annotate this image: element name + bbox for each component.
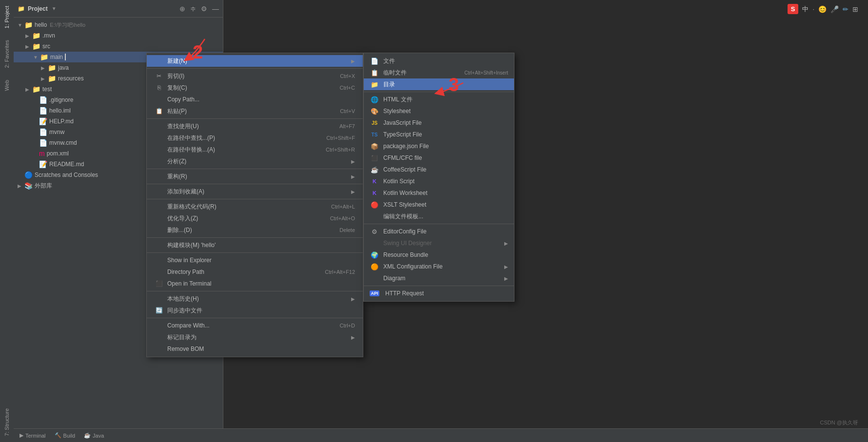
submenu-item-tmpfile[interactable]: 📋 临时文件 Ctrl+Alt+Shift+Insert — [364, 67, 514, 78]
submenu-item-xmlconfig[interactable]: 🟠 XML Configuration File ▶ — [364, 261, 514, 272]
menu-item-showinexplorer[interactable]: Show in Explorer — [147, 254, 363, 266]
menu-item-compare[interactable]: Compare With... Ctrl+D — [147, 320, 363, 331]
paste-icon: 📋 — [155, 108, 163, 115]
bottom-tab-build[interactable]: 🔨 Build — [51, 430, 79, 442]
submenu-item-html[interactable]: 🌐 HTML 文件 — [364, 94, 514, 105]
menu-item-addfav[interactable]: 添加到收藏(A) ▶ — [147, 186, 363, 197]
tree-label-extlib: 外部库 — [35, 182, 52, 190]
separator-5 — [147, 199, 363, 199]
emoji-icon[interactable]: 😊 — [818, 5, 827, 13]
file-icon-helpmd: 📝 — [39, 117, 47, 125]
submenu-item-kotlinscript[interactable]: K Kotlin Script — [364, 175, 514, 187]
csdn-badge[interactable]: S — [788, 4, 799, 14]
submenu-label-ts: TypeScript File — [383, 131, 508, 138]
pen-icon[interactable]: ✏ — [843, 5, 848, 13]
file-icon-gitignore: 📄 — [39, 96, 47, 104]
grid-icon[interactable]: ⊞ — [852, 5, 858, 13]
menu-item-dirpath[interactable]: Directory Path Ctrl+Alt+F12 — [147, 266, 363, 278]
submenu-label-js: JavaScript File — [383, 119, 508, 126]
mic-icon[interactable]: 🎤 — [830, 5, 839, 13]
submenu-item-http[interactable]: API HTTP Request — [364, 288, 514, 299]
submenu-item-diagram[interactable]: Diagram ▶ — [364, 272, 514, 284]
sidebar-tab-project[interactable]: 1: Project — [1, 0, 13, 34]
menu-item-analyze[interactable]: 分析(Z) ▶ — [147, 155, 363, 167]
menu-item-markdir[interactable]: 标记目录为 ▶ — [147, 331, 363, 343]
findinpath-shortcut: Ctrl+Shift+F — [326, 135, 355, 141]
submenu-item-editorconfig[interactable]: ⚙ EditorConfig File — [364, 226, 514, 237]
submenu-item-resourcebundle[interactable]: 🌍 Resource Bundle — [364, 249, 514, 261]
dir-icon: 📁 — [370, 81, 379, 88]
tree-item-mvn[interactable]: ▶ 📁 .mvn — [14, 30, 223, 41]
submenu-item-js[interactable]: JS JavaScript File — [364, 117, 514, 129]
menu-item-replaceinpath[interactable]: 在路径中替换...(A) Ctrl+Shift+R — [147, 144, 363, 155]
submenu-item-dir[interactable]: 📁 目录 — [364, 78, 514, 90]
swing-arrow: ▶ — [504, 241, 508, 246]
menu-item-localhistory[interactable]: 本地历史(H) ▶ — [147, 293, 363, 305]
tree-label-mvn: .mvn — [42, 32, 55, 39]
tree-label-hello: hello — [35, 21, 47, 28]
header-icons: ⊕ ≑ ⚙ — — [179, 5, 219, 13]
menu-label-showinexplorer: Show in Explorer — [167, 257, 355, 264]
menu-label-optimize: 优化导入(Z) — [167, 214, 320, 223]
submenu-label-packagejson: package.json File — [383, 143, 508, 150]
menu-item-new[interactable]: 新建(N) ▶ — [147, 55, 363, 67]
submenu-label-cfml: CFML/CFC file — [383, 154, 508, 161]
sidebar-tab-favorites[interactable]: 2: Favorites — [1, 34, 13, 74]
submenu-item-coffee[interactable]: ☕ CoffeeScript File — [364, 164, 514, 175]
menu-item-paste[interactable]: 📋 粘贴(P) Ctrl+V — [147, 105, 363, 117]
tree-sub-hello: E:\学习吧\hello — [50, 21, 85, 29]
bottom-tab-java[interactable]: ☕ Java — [80, 430, 108, 442]
menu-item-removebom[interactable]: Remove BOM — [147, 343, 363, 355]
tree-item-src[interactable]: ▶ 📁 src — [14, 41, 223, 52]
sidebar-tab-structure[interactable]: 7: Structure — [1, 403, 13, 442]
menu-item-refactor[interactable]: 重构(R) ▶ — [147, 171, 363, 182]
separator-8 — [147, 291, 363, 291]
menu-item-findusage[interactable]: 查找使用(U) Alt+F7 — [147, 120, 363, 132]
menu-item-reformat[interactable]: 重新格式化代码(R) Ctrl+Alt+L — [147, 201, 363, 212]
java-tab-label: Java — [93, 433, 104, 439]
globe-icon[interactable]: ⊕ — [179, 5, 185, 13]
menu-item-sync[interactable]: 🔄 同步选中文件 — [147, 305, 363, 316]
submenu-item-cfml[interactable]: ⬛ CFML/CFC file — [364, 152, 514, 164]
addfav-arrow: ▶ — [351, 189, 355, 194]
tree-label-mvnw: mvnw — [49, 129, 64, 135]
settings-icon[interactable]: ⚙ — [201, 5, 207, 13]
submenu-label-kotlinworksheet: Kotlin Worksheet — [383, 190, 508, 196]
submenu-label-tmpfile: 临时文件 — [383, 69, 462, 77]
sidebar-tab-web[interactable]: Web — [1, 74, 13, 96]
menu-item-build[interactable]: 构建模块(M) 'hello' — [147, 239, 363, 251]
menu-item-copypath[interactable]: Copy Path... — [147, 94, 363, 105]
menu-label-findinpath: 在路径中查找...(P) — [167, 134, 316, 142]
menu-item-optimize[interactable]: 优化导入(Z) Ctrl+Alt+O — [147, 212, 363, 224]
menu-item-findinpath[interactable]: 在路径中查找...(P) Ctrl+Shift+F — [147, 132, 363, 144]
menu-item-delete[interactable]: 删除...(D) Delete — [147, 224, 363, 236]
submenu-item-css[interactable]: 🎨 Stylesheet — [364, 105, 514, 117]
submenu-label-swing: Swing UI Designer — [383, 240, 504, 247]
cursor-indicator — [65, 54, 66, 60]
lang-icon[interactable]: 中 — [802, 5, 809, 14]
markdir-arrow: ▶ — [351, 335, 355, 340]
folder-icon-resources: 📁 — [48, 75, 56, 82]
bottom-tab-terminal[interactable]: ▶ Terminal — [16, 430, 50, 442]
tree-item-hello[interactable]: ▼ 📁 hello E:\学习吧\hello — [14, 19, 223, 30]
submenu-item-kotlinworksheet[interactable]: K Kotlin Worksheet — [364, 187, 514, 199]
submenu-item-xslt[interactable]: 🔴 XSLT Stylesheet — [364, 199, 514, 211]
minimize-icon[interactable]: — — [212, 5, 219, 13]
submenu-label-coffee: CoffeeScript File — [383, 166, 508, 173]
tree-label-src: src — [42, 43, 50, 50]
project-title: 📁 Project ▼ — [18, 5, 177, 12]
cut-icon: ✂ — [155, 73, 163, 79]
file-icon-pomxml: m — [39, 150, 45, 157]
menu-label-new: 新建(N) — [167, 57, 347, 65]
submenu-item-edittemplate[interactable]: 编辑文件模板... — [364, 211, 514, 222]
submenu-item-file[interactable]: 📄 文件 — [364, 55, 514, 67]
collapse-icon[interactable]: ≑ — [190, 5, 196, 13]
menu-item-copy[interactable]: ⎘ 复制(C) Ctrl+C — [147, 82, 363, 94]
menu-item-cut[interactable]: ✂ 剪切(I) Ctrl+X — [147, 70, 363, 82]
menu-item-terminal[interactable]: ⬛ Open in Terminal — [147, 278, 363, 289]
submenu-item-ts[interactable]: TS TypeScript File — [364, 129, 514, 140]
terminal-icon: ⬛ — [155, 280, 163, 287]
submenu-label-html: HTML 文件 — [383, 96, 508, 104]
submenu-item-packagejson[interactable]: 📦 package.json File — [364, 140, 514, 152]
xmlconfig-arrow: ▶ — [504, 264, 508, 269]
